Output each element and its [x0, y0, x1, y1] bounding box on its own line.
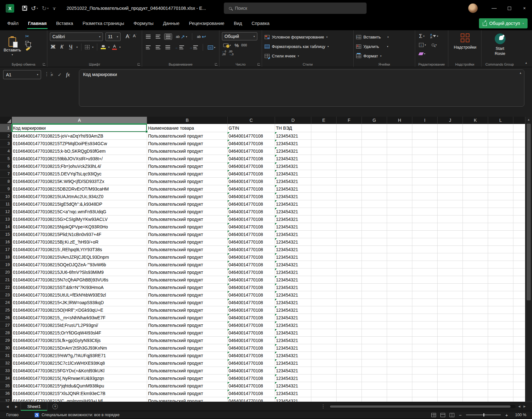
cell-marking-code[interactable]: 0104640014770108215Id;FrusU"L2P93gni/ — [12, 322, 147, 329]
paste-button[interactable]: Вставить ▾ — [3, 32, 22, 61]
cell-empty[interactable] — [438, 215, 463, 223]
cell-product-name[interactable]: Пользовательский продукт — [147, 314, 228, 322]
cell-empty[interactable] — [362, 367, 387, 375]
underline-button[interactable]: Ч — [68, 44, 74, 50]
insert-cells-button[interactable]: Вставить▾ — [356, 33, 413, 41]
cell-empty[interactable] — [362, 269, 387, 276]
cell-marking-code[interactable]: 0104640014770108215FGYDv(+&Ko!d93kUKl — [12, 367, 147, 375]
tab-home[interactable]: Главная — [23, 16, 51, 30]
cell-empty[interactable] — [438, 261, 463, 269]
cell-empty[interactable] — [412, 124, 438, 132]
cell-tnved[interactable]: 123454321 — [275, 193, 311, 200]
row-number[interactable]: 6 — [0, 162, 12, 170]
clipboard-dialog-launcher-icon[interactable] — [43, 63, 45, 66]
cell-product-name[interactable]: Пользовательский продукт — [147, 140, 228, 147]
cell-empty[interactable] — [412, 155, 438, 162]
cell-empty[interactable] — [412, 337, 438, 344]
cell-marking-code[interactable]: 0104640014770108215OQeDJQZeA-'"93vW6b — [12, 261, 147, 269]
cell-marking-code[interactable]: 01046400147701082159bbJOVXstR>u938t+/ — [12, 155, 147, 162]
cell-gtin[interactable]: 04640014770108 — [228, 314, 275, 322]
align-center-button[interactable] — [154, 44, 162, 50]
cell-empty[interactable] — [362, 162, 387, 170]
cell-empty[interactable] — [488, 344, 513, 352]
cell-empty[interactable] — [488, 269, 513, 276]
cell-empty[interactable] — [387, 208, 412, 215]
cell-empty[interactable] — [311, 162, 337, 170]
row-number[interactable]: 34 — [0, 375, 12, 382]
accessibility-status[interactable]: ♿ Специальные возможности: все в порядке — [34, 413, 120, 417]
cell-product-name[interactable]: Пользовательский продукт — [147, 390, 228, 397]
cell-gtin[interactable]: 04640014770108 — [228, 390, 275, 397]
cell-empty[interactable] — [488, 246, 513, 253]
column-header-a[interactable]: A — [12, 117, 147, 124]
confirm-entry-button[interactable]: ✓ — [58, 72, 62, 78]
cell-product-name[interactable]: Пользовательский продукт — [147, 375, 228, 382]
row-number[interactable]: 5 — [0, 155, 12, 162]
cell-empty[interactable] — [412, 140, 438, 147]
cell-product-name[interactable]: Пользовательский продукт — [147, 178, 228, 185]
cell-empty[interactable] — [311, 337, 337, 344]
cell-empty[interactable] — [438, 284, 463, 291]
find-select-button[interactable]: ▾ — [430, 43, 438, 47]
cell-product-name[interactable]: Пользовательский продукт — [147, 208, 228, 215]
cell-empty[interactable] — [488, 231, 513, 238]
column-header-f[interactable]: F — [337, 117, 362, 124]
cell-empty[interactable] — [387, 291, 412, 299]
row-number[interactable]: 3 — [0, 140, 12, 147]
cell-empty[interactable] — [311, 397, 337, 402]
decrease-decimal-button[interactable]: ,00→,0 — [229, 50, 234, 56]
cell-empty[interactable] — [463, 269, 488, 276]
row-number[interactable]: 26 — [0, 314, 12, 322]
cell-empty[interactable] — [438, 231, 463, 238]
row-number[interactable]: 36 — [0, 390, 12, 397]
row-number[interactable]: 19 — [0, 261, 12, 269]
cell-empty[interactable] — [387, 124, 412, 132]
cell-empty[interactable] — [311, 284, 337, 291]
cell-product-name[interactable]: Пользовательский продукт — [147, 238, 228, 246]
cell-empty[interactable] — [387, 344, 412, 352]
wrap-text-button[interactable]: ab↩ — [196, 33, 207, 41]
maximize-button[interactable] — [502, 0, 517, 16]
column-header-c[interactable]: C — [228, 117, 275, 124]
cell-empty[interactable] — [463, 185, 488, 193]
cell-empty[interactable] — [438, 200, 463, 208]
fill-button[interactable]: ↓▾ — [418, 42, 427, 48]
cell-tnved[interactable]: 123454321 — [275, 397, 311, 402]
cell-empty[interactable] — [311, 193, 337, 200]
cell-marking-code[interactable]: 0104640014770108215UtUL=fEkN%bW93E9zl — [12, 291, 147, 299]
name-box[interactable]: A1▾ — [3, 70, 41, 79]
cell-empty[interactable] — [463, 178, 488, 185]
cell-empty[interactable] — [311, 291, 337, 299]
borders-button[interactable] — [85, 45, 90, 49]
cell-marking-code[interactable]: 0104640014770108215*jqhtdu&QumM938kpu — [12, 382, 147, 390]
cell-marking-code[interactable]: 0104640014770108215O(HRll";<DGk93qU+E — [12, 306, 147, 314]
tab-help[interactable]: Справка — [247, 16, 274, 30]
cell-gtin[interactable]: 04640014770108 — [228, 284, 275, 291]
cell-tnved[interactable]: 123454321 — [275, 299, 311, 306]
row-number[interactable]: 13 — [0, 215, 12, 223]
cell-empty[interactable] — [463, 215, 488, 223]
row-number[interactable]: 33 — [0, 367, 12, 375]
cell-empty[interactable] — [412, 185, 438, 193]
cell-empty[interactable] — [488, 291, 513, 299]
cell-empty[interactable] — [311, 170, 337, 178]
column-header-l[interactable]: L — [488, 117, 513, 124]
cell-product-name[interactable]: Пользовательский продукт — [147, 223, 228, 231]
copy-button[interactable]: ▾ — [25, 41, 31, 45]
cell-empty[interactable] — [387, 253, 412, 261]
row-number[interactable]: 11 — [0, 200, 12, 208]
row-number[interactable]: 35 — [0, 382, 12, 390]
cell-tnved[interactable]: 123454321 — [275, 306, 311, 314]
cell-empty[interactable] — [463, 193, 488, 200]
cell-empty[interactable] — [311, 238, 337, 246]
cell-empty[interactable] — [337, 223, 362, 231]
cell-empty[interactable] — [311, 223, 337, 231]
cell-gtin[interactable]: 04640014770108 — [228, 178, 275, 185]
cell-gtin[interactable]: 04640014770108 — [228, 337, 275, 344]
cell-marking-code[interactable]: 0104640014770108215(.NyRrwaeXU&93gzqn — [12, 375, 147, 382]
cell-empty[interactable] — [362, 178, 387, 185]
row-number[interactable]: 31 — [0, 352, 12, 359]
cell-empty[interactable] — [463, 299, 488, 306]
cell-empty[interactable] — [412, 382, 438, 390]
cell-empty[interactable] — [311, 269, 337, 276]
